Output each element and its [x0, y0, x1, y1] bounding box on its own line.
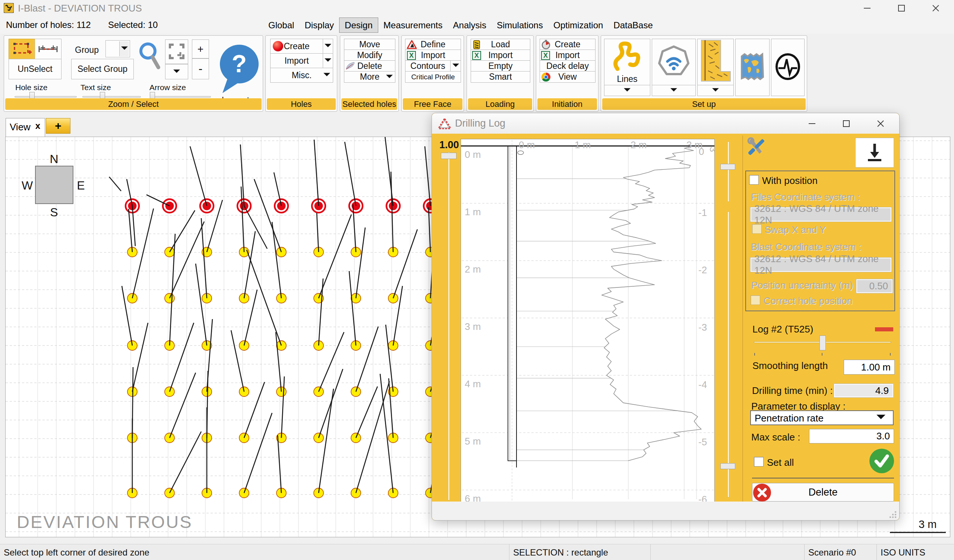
zoom-magnifier-icon[interactable]: [138, 41, 161, 79]
loading-load-button[interactable]: Load: [471, 39, 530, 50]
set-all-checkbox[interactable]: [754, 457, 764, 467]
holes-misc-button[interactable]: Misc.: [270, 68, 333, 82]
files-cs-field[interactable]: 32612 : WGS 84 / UTM zone 12N: [751, 207, 892, 222]
selected-modify-button[interactable]: Modify: [344, 50, 395, 61]
loading-import-button[interactable]: X Import: [471, 50, 530, 61]
svg-text:-1: -1: [698, 207, 707, 218]
menu-global[interactable]: Global: [263, 17, 299, 33]
chart-zoom-slider[interactable]: [448, 152, 450, 501]
menu-design[interactable]: Design: [339, 17, 378, 33]
delete-button[interactable]: Delete: [752, 483, 894, 502]
resize-grip[interactable]: [890, 511, 896, 518]
tab-add-button[interactable]: +: [46, 118, 70, 134]
measure-distance-button[interactable]: [35, 39, 61, 59]
initiation-create-button[interactable]: Create: [539, 39, 595, 50]
ribbon-group-initiation: Create X Import Deck delay View Initiati…: [536, 35, 599, 112]
correct-hole-checkbox[interactable]: [751, 295, 760, 305]
minimize-button[interactable]: [853, 0, 881, 16]
setup-lines-dropdown[interactable]: [604, 85, 650, 96]
chart-bottom-slider[interactable]: [728, 212, 729, 498]
dialog-close-button[interactable]: [867, 113, 895, 134]
zoom-out-button[interactable]: -: [192, 58, 209, 79]
holes-create-button[interactable]: Create: [270, 39, 323, 54]
freeface-define-button[interactable]: Define: [405, 39, 461, 50]
group-combobox[interactable]: [106, 40, 130, 58]
setup-vibration-button[interactable]: [771, 39, 804, 96]
freeface-import-button[interactable]: X Import: [405, 50, 461, 61]
holes-import-dropdown[interactable]: [323, 53, 333, 68]
smoothing-field[interactable]: 1.00 m: [844, 360, 895, 375]
tools-icon[interactable]: [747, 137, 767, 157]
freeface-critical-profile-button[interactable]: Critical Profile: [405, 71, 461, 82]
menu-display[interactable]: Display: [299, 17, 339, 33]
menubar: Number of holes: 112 Selected: 10 Global…: [0, 16, 954, 34]
chart-top-slider-thumb[interactable]: [720, 164, 735, 170]
dialog-titlebar[interactable]: Drilling Log: [432, 113, 899, 134]
dialog-minimize-button[interactable]: [798, 113, 826, 134]
zoom-fit-dropdown[interactable]: [165, 64, 188, 79]
select-group-button[interactable]: Select Group: [71, 59, 134, 79]
chart-bottom-slider-thumb[interactable]: [720, 463, 735, 469]
dialog-maximize-button[interactable]: [832, 113, 860, 134]
status-scenario: Scenario #0: [804, 544, 876, 560]
holes-import-button[interactable]: Import: [270, 53, 323, 68]
initiation-import-button[interactable]: X Import: [539, 50, 595, 61]
tab-close-button[interactable]: x: [36, 121, 40, 131]
chart-zoom-slider-thumb[interactable]: [441, 152, 457, 159]
swap-xy-checkbox[interactable]: [752, 224, 762, 234]
text-size-slider[interactable]: [83, 96, 141, 98]
initiation-deck-delay-button[interactable]: Deck delay: [539, 60, 595, 72]
freeface-contours-button[interactable]: Contours: [405, 60, 450, 72]
selected-move-button[interactable]: Move: [344, 39, 395, 50]
setup-map-button[interactable]: [735, 39, 770, 96]
dialog-resize-strip[interactable]: [432, 502, 899, 520]
hole-size-slider[interactable]: [14, 96, 77, 98]
red-ball-icon: [273, 41, 283, 51]
parameter-dropdown[interactable]: Penetration rate: [750, 410, 894, 425]
initiation-view-button[interactable]: View: [539, 71, 595, 82]
max-scale-field[interactable]: 3.0: [809, 429, 894, 443]
chart-top-slider[interactable]: [728, 142, 729, 202]
pos-uncertainty-label: Position uncertainty (m): [751, 280, 853, 291]
setup-group-label: Set up: [602, 98, 806, 110]
download-button[interactable]: [855, 138, 894, 168]
zoom-fit-button[interactable]: [165, 39, 188, 64]
menu-analysis[interactable]: Analysis: [448, 17, 491, 33]
close-button[interactable]: [921, 0, 950, 16]
apply-button[interactable]: [870, 449, 894, 473]
select-rectangle-button[interactable]: [9, 39, 35, 59]
pos-uncertainty-field[interactable]: 0.50: [856, 279, 893, 293]
explosive-cartridge-icon: [472, 40, 481, 50]
maximize-button[interactable]: [887, 0, 916, 16]
menu-database[interactable]: DataBase: [608, 17, 658, 33]
arrow-size-slider[interactable]: [153, 96, 211, 98]
setup-lines-button[interactable]: Lines: [604, 39, 650, 85]
selected-holes-group-label: Selected holes: [341, 98, 397, 110]
setup-rockface-dropdown[interactable]: [697, 85, 734, 96]
unselect-button[interactable]: UnSelect: [9, 59, 61, 79]
setup-rockface-button[interactable]: [697, 39, 734, 85]
with-position-checkbox[interactable]: [749, 175, 759, 185]
drilling-log-chart[interactable]: 0 m1 m2 m3 m4 m5 m6 m0 m1 m2 m3 m0-1-2-3…: [461, 139, 715, 502]
selected-more-button[interactable]: More: [344, 71, 395, 82]
blast-cs-field[interactable]: 32612 : WGS 84 / UTM zone 12N: [751, 258, 892, 272]
holes-create-dropdown[interactable]: [323, 39, 333, 54]
blast-cs-label: Blast Coordinate system :: [751, 241, 861, 253]
menu-items: GlobalDisplayDesignMeasurementsAnalysisS…: [263, 17, 658, 33]
statusbar: Select top left corner of desired zone S…: [0, 544, 954, 560]
menu-optimization[interactable]: Optimization: [548, 17, 608, 33]
setup-measurement-button[interactable]: [652, 39, 696, 85]
menu-measurements[interactable]: Measurements: [378, 17, 448, 33]
freeface-contours-dropdown[interactable]: [450, 60, 461, 72]
loading-smart-button[interactable]: Smart: [471, 71, 530, 82]
svg-text:X: X: [409, 52, 414, 59]
zoom-in-button[interactable]: +: [192, 39, 209, 58]
menu-simulations[interactable]: Simulations: [491, 17, 548, 33]
log-select-slider-thumb[interactable]: [820, 336, 826, 350]
setup-measurement-dropdown[interactable]: [652, 85, 696, 96]
tab-view[interactable]: View x: [6, 118, 45, 137]
loading-empty-button[interactable]: Empty: [471, 60, 530, 72]
drill-time-field[interactable]: 4.9: [834, 384, 893, 397]
selected-delete-button[interactable]: Delete: [344, 60, 395, 72]
parameter-dropdown-arrow[interactable]: [872, 412, 890, 422]
